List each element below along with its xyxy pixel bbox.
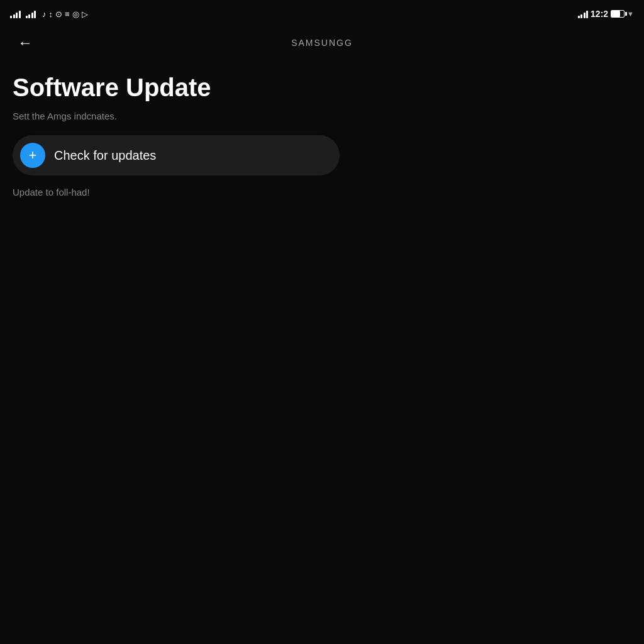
dropdown-icon: ▼ xyxy=(627,10,634,18)
page-title: Software Update xyxy=(13,73,631,102)
check-updates-button[interactable]: + Check for updates xyxy=(13,135,340,175)
plus-icon-circle: + xyxy=(20,143,45,168)
camera-icon: ⊙ xyxy=(55,9,62,19)
check-updates-label: Check for updates xyxy=(54,148,156,163)
status-time: 12:2 xyxy=(591,9,608,19)
status-left-icons: ♪ ↕ ⊙ ≡ ◎ ▷ xyxy=(10,9,88,19)
music-icon: ♪ xyxy=(42,9,47,19)
status-right-icons: 12:2 ▼ xyxy=(578,9,634,19)
subtitle-text: Sett the Amgs indcnates. xyxy=(13,111,631,121)
plus-icon: + xyxy=(29,148,37,162)
arrow-icon: ↕ xyxy=(49,9,53,19)
signal-icon-right xyxy=(578,9,589,18)
ring-icon: ◎ xyxy=(72,9,79,19)
signal-icon-1 xyxy=(10,9,21,18)
nav-bar: ← SAMSUNGG xyxy=(0,25,644,60)
signal-icon-2 xyxy=(26,9,36,18)
media-icon: ▷ xyxy=(82,9,88,19)
battery-icon xyxy=(611,10,625,18)
back-button[interactable]: ← xyxy=(13,31,38,54)
status-bar: ♪ ↕ ⊙ ≡ ◎ ▷ 12:2 ▼ xyxy=(0,0,644,25)
update-status-text: Update to foll-had! xyxy=(13,187,631,197)
battery-fill xyxy=(611,11,620,17)
nav-title: SAMSUNGG xyxy=(291,38,353,48)
main-content: Software Update Sett the Amgs indcnates.… xyxy=(0,60,644,210)
menu-icon: ≡ xyxy=(65,9,70,19)
